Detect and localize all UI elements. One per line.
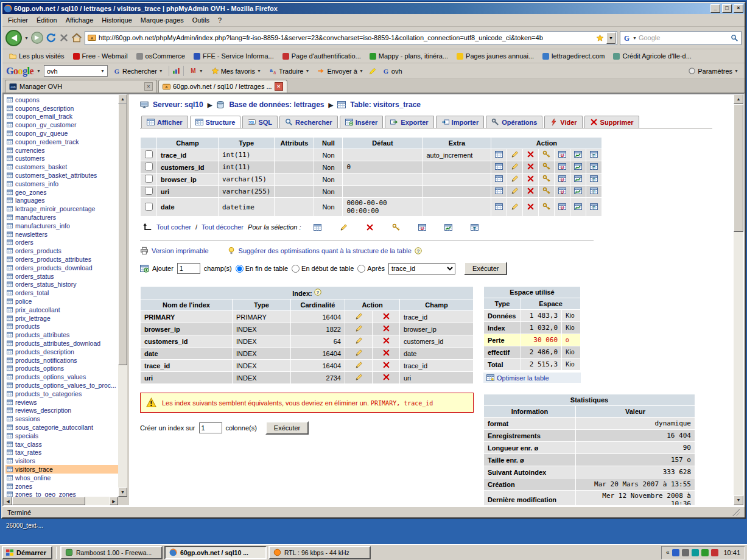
drop-icon[interactable]	[382, 373, 390, 381]
help-icon[interactable]: ?	[415, 247, 422, 254]
sidebar-item-sessions[interactable]: sessions	[5, 415, 118, 423]
stop-button[interactable]	[59, 33, 69, 43]
sidebar-item-products_options_values_to_proc...[interactable]: products_options_values_to_proc...	[5, 381, 118, 390]
resize-grip[interactable]	[732, 509, 740, 516]
search-bar[interactable]: G ▼ Google	[620, 31, 742, 45]
scroll-thumb[interactable]	[734, 104, 743, 232]
fulltext-icon[interactable]: T	[471, 223, 479, 231]
pma-tab-inserer[interactable]: Insérer	[340, 116, 384, 128]
edit-icon[interactable]	[511, 187, 519, 195]
breadcrumb-server[interactable]: Serveur: sql10	[153, 100, 203, 109]
search-go-icon[interactable]	[731, 34, 738, 42]
drop-icon[interactable]	[527, 150, 535, 158]
sidebar-item-customers_basket_attributes[interactable]: customers_basket_attributes	[5, 171, 118, 180]
position-begin-radio[interactable]	[292, 265, 300, 273]
bookmark-item-7[interactable]: lettragedirect.com	[538, 51, 609, 61]
site-search-button[interactable]: Govh	[380, 66, 405, 76]
pma-tab-structure[interactable]: Structure	[190, 116, 241, 128]
sidebar-item-manufacturers[interactable]: manufacturers	[5, 213, 118, 222]
browse-icon[interactable]	[495, 175, 503, 183]
fulltext-icon[interactable]: T	[590, 175, 598, 183]
settings-button[interactable]: Paramètres▼	[686, 66, 741, 76]
scroll-down-button[interactable]: ▼	[118, 488, 127, 497]
menu-item-5[interactable]: Outils	[188, 15, 214, 26]
translate-button[interactable]: aãTraduire▼	[267, 66, 312, 76]
drop-icon[interactable]	[527, 163, 535, 170]
close-button[interactable]: ×	[734, 4, 743, 13]
optimize-table-link[interactable]: Optimiser la table	[483, 373, 581, 383]
primary-icon[interactable]	[542, 187, 550, 195]
drop-icon[interactable]	[382, 312, 390, 320]
tab-close-button[interactable]: ×	[144, 82, 153, 91]
minimize-button[interactable]: _	[710, 4, 720, 13]
sidebar-item-coupons_description[interactable]: coupons_description	[5, 104, 118, 113]
sidebar-item-coupon_redeem_track[interactable]: coupon_redeem_track	[5, 138, 118, 146]
primary-icon[interactable]	[542, 150, 550, 158]
sidebar-item-products_options_values[interactable]: products_options_values	[5, 373, 118, 381]
bookmark-item-2[interactable]: osCommerce	[132, 51, 189, 61]
primary-icon[interactable]	[542, 163, 550, 170]
title-bar[interactable]: 60gp.ovh.net / sql10 / lettrages / visit…	[2, 3, 745, 14]
gmail-button[interactable]: M▼	[187, 66, 206, 76]
index-icon[interactable]	[574, 187, 582, 195]
desktop-icon-label[interactable]: 26000_text-...	[6, 522, 43, 529]
browser-tab-0[interactable]: ovhManager OVH×	[5, 80, 157, 93]
unique-icon[interactable]: U	[558, 175, 566, 183]
scroll-up-button[interactable]: ▲	[734, 94, 743, 104]
pagerank-icon[interactable]	[172, 67, 180, 75]
position-after-radio[interactable]	[357, 265, 365, 273]
help-icon[interactable]: ?	[314, 289, 321, 296]
sidebar-item-coupon_gv_queue[interactable]: coupon_gv_queue	[5, 129, 118, 138]
pma-tab-exporter[interactable]: Exporter	[385, 116, 433, 128]
sidebar-item-products_attributes[interactable]: products_attributes	[5, 331, 118, 339]
browse-icon[interactable]	[495, 163, 503, 170]
sidebar-item-prix_lettrage[interactable]: prix_lettrage	[5, 314, 118, 323]
add-field-execute-button[interactable]: Exécuter	[464, 262, 507, 275]
primary-icon[interactable]	[392, 223, 400, 231]
fulltext-icon[interactable]: T	[590, 203, 598, 211]
scroll-down-button[interactable]: ▼	[734, 495, 743, 505]
toolbar-search-dropdown[interactable]: ▼	[100, 69, 105, 73]
drop-icon[interactable]	[527, 203, 535, 211]
pma-tab-afficher[interactable]: Afficher	[141, 116, 188, 128]
task-button-2[interactable]: RTL : 96 kbps - 44 kHz	[268, 546, 371, 559]
browse-icon[interactable]	[495, 150, 503, 158]
search-engine-icon[interactable]: G	[623, 34, 631, 42]
primary-icon[interactable]	[542, 203, 550, 211]
menu-item-0[interactable]: Fichier	[4, 15, 32, 26]
sidebar-item-products_attributes_download[interactable]: products_attributes_download	[5, 339, 118, 348]
drop-icon[interactable]	[527, 187, 535, 195]
tray-antivirus-icon[interactable]	[701, 549, 709, 556]
tray-volume-icon[interactable]	[692, 549, 699, 556]
edit-icon[interactable]	[355, 312, 363, 320]
sidebar-item-reviews[interactable]: reviews	[5, 398, 118, 407]
maximize-button[interactable]: □	[722, 4, 732, 13]
sidebar-item-languages[interactable]: languages	[5, 197, 118, 205]
sidebar-item-products_to_categories[interactable]: products_to_categories	[5, 390, 118, 398]
edit-icon[interactable]	[511, 150, 519, 158]
scroll-thumb[interactable]	[12, 497, 85, 505]
tray-chevron[interactable]: «	[666, 549, 670, 556]
position-end-radio[interactable]	[236, 265, 244, 273]
pma-tab-operations[interactable]: Opérations	[486, 116, 542, 128]
edit-icon[interactable]	[355, 337, 363, 345]
index-icon[interactable]	[444, 223, 452, 231]
add-field-count-input[interactable]	[177, 263, 200, 274]
sidebar-item-orders_status[interactable]: orders_status	[5, 272, 118, 281]
sidebar-item-tax_rates[interactable]: tax_rates	[5, 448, 118, 457]
sidebar-item-coupon_gv_customer[interactable]: coupon_gv_customer	[5, 121, 118, 129]
sidebar-item-coupon_email_track[interactable]: coupon_email_track	[5, 113, 118, 121]
tab-close-button[interactable]: ×	[275, 82, 283, 91]
bookmark-item-6[interactable]: Pages jaunes annuai...	[452, 51, 538, 61]
breadcrumb-table[interactable]: Table: visitors_trace	[350, 100, 421, 109]
sidebar-item-orders_products_download[interactable]: orders_products_download	[5, 264, 118, 272]
pma-tab-supprimer[interactable]: Supprimer	[584, 116, 639, 128]
browse-icon[interactable]	[314, 223, 321, 231]
sidebar-item-zones[interactable]: zones	[5, 482, 118, 491]
propose-structure-link[interactable]: Suggérer des optimisations quant à la st…	[227, 247, 422, 255]
send-to-button[interactable]: Envoyer à▼	[315, 66, 365, 76]
edit-icon[interactable]	[355, 361, 363, 369]
edit-icon[interactable]	[355, 324, 363, 332]
sidebar-item-products_options[interactable]: products_options	[5, 365, 118, 373]
favorites-button[interactable]: Mes favoris▼	[209, 66, 264, 76]
